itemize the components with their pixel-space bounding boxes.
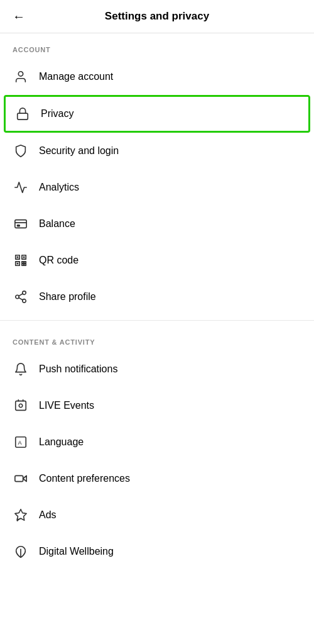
language-icon: A <box>13 434 29 450</box>
svg-rect-8 <box>17 257 19 258</box>
menu-text-privacy: Privacy <box>41 108 73 119</box>
menu-item-content-preferences[interactable]: Content preferences <box>0 460 314 497</box>
lock-icon <box>14 106 31 122</box>
bell-icon <box>13 361 29 377</box>
svg-rect-4 <box>18 225 20 226</box>
menu-item-manage-account[interactable]: Manage account <box>0 58 314 95</box>
back-button[interactable]: ← <box>13 9 25 24</box>
menu-text-content-preferences: Content preferences <box>39 473 130 484</box>
menu-item-security-login[interactable]: Security and login <box>0 133 314 169</box>
svg-line-19 <box>19 297 23 300</box>
ads-icon <box>13 507 29 523</box>
svg-rect-1 <box>18 113 28 119</box>
menu-item-ads[interactable]: Ads <box>0 497 314 533</box>
qr-icon <box>13 252 29 269</box>
menu-text-digital-wellbeing: Digital Wellbeing <box>39 546 114 557</box>
svg-rect-13 <box>24 262 26 264</box>
menu-item-share-profile[interactable]: Share profile <box>0 279 314 315</box>
person-icon <box>13 69 29 85</box>
svg-rect-15 <box>24 264 26 266</box>
live-icon <box>13 397 29 414</box>
svg-rect-12 <box>22 262 24 264</box>
menu-text-ads: Ads <box>39 509 57 521</box>
menu-item-push-notifications[interactable]: Push notifications <box>0 351 314 387</box>
menu-text-share-profile: Share profile <box>39 291 96 303</box>
svg-line-20 <box>19 294 23 296</box>
analytics-icon <box>13 179 29 196</box>
menu-item-qr-code[interactable]: QR code <box>0 242 314 279</box>
section-account: ACCOUNT Manage account Privacy <box>0 33 314 315</box>
menu-text-push-notifications: Push notifications <box>39 364 117 375</box>
svg-text:A: A <box>18 440 22 446</box>
svg-rect-2 <box>15 220 26 228</box>
menu-item-privacy[interactable]: Privacy <box>4 95 310 133</box>
svg-point-22 <box>19 404 23 408</box>
header: ← Settings and privacy <box>0 0 314 33</box>
wellbeing-icon <box>13 543 29 560</box>
section-label-account: ACCOUNT <box>0 33 314 58</box>
settings-list: ACCOUNT Manage account Privacy <box>0 33 314 570</box>
menu-item-analytics[interactable]: Analytics <box>0 169 314 206</box>
menu-item-digital-wellbeing[interactable]: Digital Wellbeing <box>0 533 314 570</box>
menu-text-qr-code: QR code <box>39 255 78 266</box>
menu-item-balance[interactable]: Balance <box>0 206 314 242</box>
menu-text-security-login: Security and login <box>39 145 119 157</box>
menu-text-manage-account: Manage account <box>39 71 113 82</box>
shield-icon <box>13 143 29 159</box>
share-icon <box>13 289 29 305</box>
svg-rect-9 <box>23 257 25 258</box>
video-icon <box>13 470 29 487</box>
svg-marker-28 <box>23 475 26 481</box>
section-content-activity: CONTENT & ACTIVITY Push notifications <box>0 326 314 570</box>
svg-point-0 <box>18 72 23 76</box>
menu-item-language[interactable]: A Language <box>0 424 314 460</box>
menu-text-language: Language <box>39 436 84 448</box>
section-label-content-activity: CONTENT & ACTIVITY <box>0 326 314 351</box>
svg-rect-27 <box>15 475 23 481</box>
menu-text-balance: Balance <box>39 218 75 230</box>
svg-rect-10 <box>17 263 19 265</box>
menu-item-live-events[interactable]: LIVE Events <box>0 387 314 424</box>
svg-rect-14 <box>22 264 24 266</box>
menu-text-analytics: Analytics <box>39 182 79 193</box>
section-divider <box>0 320 314 321</box>
balance-icon <box>13 216 29 232</box>
page-title: Settings and privacy <box>105 10 209 23</box>
svg-rect-21 <box>16 401 26 411</box>
menu-text-live-events: LIVE Events <box>39 400 94 411</box>
